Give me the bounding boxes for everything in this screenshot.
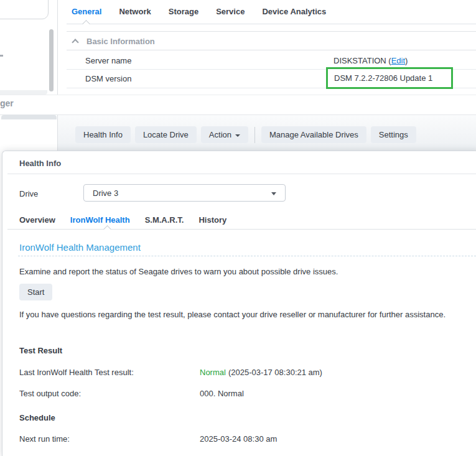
start-button[interactable]: Start	[19, 284, 52, 300]
tab-bar-underline	[67, 24, 476, 24]
collapse-chevron-icon[interactable]	[72, 39, 78, 45]
last-test-timestamp: (2025-03-17 08:30:21 am)	[228, 368, 322, 377]
dashed-divider	[18, 256, 476, 256]
next-run-value: 2025-03-24 08:30 am	[200, 434, 277, 444]
dsm-version-highlight-box: DSM 7.2.2-72806 Update 1	[326, 67, 453, 89]
health-info-button[interactable]: Health Info	[75, 126, 131, 143]
output-code-label: Test output code:	[19, 389, 81, 398]
control-panel-left-divider	[57, 0, 58, 95]
dialog-title: Health Info	[19, 159, 61, 168]
tab-service[interactable]: Service	[216, 7, 245, 16]
scrollbar-thumb[interactable]	[49, 29, 54, 91]
output-code-value: 000. Normal	[200, 389, 244, 398]
drive-select[interactable]: Drive 3	[83, 184, 286, 202]
drive-select-value: Drive 3	[93, 188, 118, 198]
dialog-tab-underline	[7, 229, 476, 230]
window-bottom-edge	[0, 95, 476, 95]
ironwolf-section-heading: IronWolf Health Management	[19, 242, 141, 253]
manage-available-drives-button[interactable]: Manage Available Drives	[261, 126, 366, 143]
dsm-version-value: DSM 7.2.2-72806 Update 1	[334, 73, 432, 83]
panel-top-border	[67, 31, 476, 32]
test-result-heading: Test Result	[19, 346, 62, 355]
server-name-label: Server name	[85, 56, 131, 65]
drive-label: Drive	[19, 189, 38, 198]
storage-manager-toolbar: Health Info Locate Drive Action Manage A…	[58, 115, 476, 151]
next-run-label: Next run time:	[19, 434, 70, 444]
server-name-suffix: )	[405, 56, 408, 65]
background-window-fragment	[0, 0, 49, 19]
window-title-fragment: ger	[0, 98, 14, 108]
toolbar-separator	[254, 127, 255, 143]
action-dropdown-button[interactable]: Action	[201, 126, 248, 143]
info-center-tab-bar: General Network Storage Service Device A…	[72, 7, 326, 16]
active-tab-notch	[103, 225, 111, 233]
last-test-value: Normal(2025-03-17 08:30:21 am)	[200, 368, 322, 377]
section-title: Basic Information	[86, 37, 155, 46]
status-badge: Normal	[200, 368, 226, 377]
locate-drive-button[interactable]: Locate Drive	[135, 126, 197, 143]
dialog-title-divider	[7, 174, 476, 174]
health-info-dialog: Health Info Drive Drive 3 Overview IronW…	[2, 151, 476, 456]
server-name-value: DISKSTATION (Edit)	[334, 56, 408, 65]
tab-overview[interactable]: Overview	[19, 215, 55, 225]
clipped-text-fragment	[0, 55, 3, 57]
last-test-label: Last IronWolf Health Test result:	[19, 368, 134, 377]
tab-storage[interactable]: Storage	[169, 7, 198, 16]
toolbar-button-group: Health Info Locate Drive Action Manage A…	[75, 126, 416, 143]
test-result-note: If you have questions regarding the test…	[19, 308, 467, 322]
tab-smart[interactable]: S.M.A.R.T.	[145, 215, 184, 225]
tab-network[interactable]: Network	[119, 7, 151, 16]
sidebar-header-edge	[1, 115, 57, 119]
active-tab-notch	[82, 20, 90, 28]
dsm-desktop: General Network Storage Service Device A…	[0, 0, 476, 456]
tab-device-analytics[interactable]: Device Analytics	[262, 7, 326, 16]
dsm-version-label: DSM version	[85, 74, 131, 83]
select-caret-icon	[271, 192, 276, 195]
tab-ironwolf-health[interactable]: IronWolf Health	[70, 215, 130, 225]
server-name-text: DISKSTATION (	[334, 56, 391, 65]
schedule-heading: Schedule	[19, 413, 55, 422]
edit-link[interactable]: Edit	[391, 56, 405, 65]
dialog-tab-bar: Overview IronWolf Health S.M.A.R.T. Hist…	[19, 215, 226, 225]
settings-button[interactable]: Settings	[371, 126, 416, 143]
tab-general[interactable]: General	[72, 7, 101, 16]
background-panel-edge	[0, 90, 47, 95]
tab-history[interactable]: History	[198, 215, 226, 225]
ironwolf-description: Examine and report the status of Seagate…	[19, 267, 338, 276]
caret-down-icon	[235, 134, 240, 137]
section-divider	[67, 50, 476, 50]
